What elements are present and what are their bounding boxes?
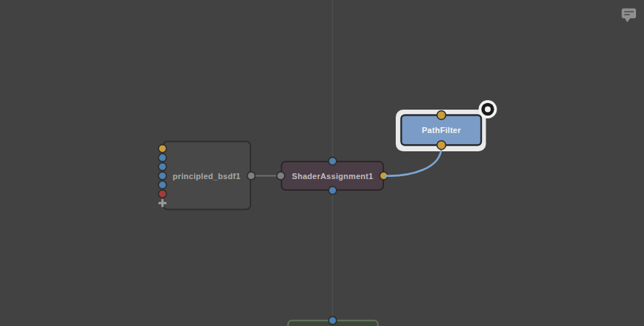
input-port-6[interactable]	[158, 190, 166, 198]
input-port-top[interactable]	[437, 111, 446, 120]
node-body[interactable]	[164, 142, 251, 210]
output-port-bottom[interactable]	[437, 141, 446, 150]
focus-ring-center	[485, 107, 491, 113]
output-port[interactable]	[248, 172, 256, 180]
input-port-2[interactable]	[158, 153, 166, 162]
input-port-5[interactable]	[158, 181, 166, 189]
input-port-top[interactable]	[329, 316, 337, 325]
graph-canvas[interactable]: principled_bsdf1 ShaderAssignment1 PathF…	[0, 0, 644, 326]
output-port-bottom[interactable]	[329, 186, 337, 194]
node-body[interactable]	[282, 162, 384, 190]
node-principled-bsdf1[interactable]: principled_bsdf1	[158, 142, 255, 210]
input-port-shader[interactable]	[277, 172, 285, 180]
graph-editor[interactable]: principled_bsdf1 ShaderAssignment1 PathF…	[0, 0, 644, 326]
input-port-1[interactable]	[158, 145, 166, 153]
input-port-4[interactable]	[158, 172, 166, 180]
node-shaderassignment1[interactable]: ShaderAssignment1	[277, 157, 388, 194]
input-port-3[interactable]	[158, 163, 166, 171]
focus-ring-icon[interactable]	[479, 100, 497, 118]
input-port-top[interactable]	[329, 157, 337, 165]
annotation-bubble	[622, 9, 637, 19]
